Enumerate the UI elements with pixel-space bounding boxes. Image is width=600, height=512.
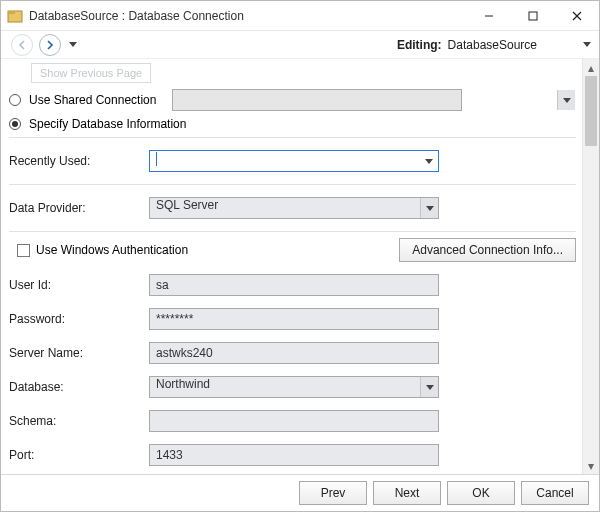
next-button[interactable]: Next [373, 481, 441, 505]
checkbox-label: Use Windows Authentication [36, 243, 188, 257]
vertical-scrollbar[interactable]: ▴ ▾ [582, 59, 599, 474]
tooltip-prev-page: Show Previous Page [31, 63, 151, 83]
toolbar: Editing: DatabaseSource [1, 31, 599, 59]
server-name-input[interactable] [149, 342, 439, 364]
maximize-button[interactable] [511, 1, 555, 30]
label-server-name: Server Name: [9, 346, 149, 360]
editing-indicator[interactable]: Editing: DatabaseSource [397, 38, 591, 52]
radio-icon [9, 94, 21, 106]
titlebar: DatabaseSource : Database Connection [1, 1, 599, 31]
chevron-down-icon [563, 98, 571, 103]
radio-specify-db[interactable]: Specify Database Information [9, 117, 576, 131]
divider [9, 137, 576, 138]
cancel-button[interactable]: Cancel [521, 481, 589, 505]
shared-connection-combo [172, 89, 576, 111]
label-port: Port: [9, 448, 149, 462]
port-input[interactable] [149, 444, 439, 466]
divider [9, 184, 576, 185]
window-controls [467, 1, 599, 30]
advanced-connection-button[interactable]: Advanced Connection Info... [399, 238, 576, 262]
label-data-provider: Data Provider: [9, 201, 149, 215]
checkbox-win-auth[interactable]: Use Windows Authentication [17, 243, 188, 257]
schema-input[interactable] [149, 410, 439, 432]
scroll-down-arrow-icon[interactable]: ▾ [583, 457, 599, 474]
radio-icon [9, 118, 21, 130]
scroll-thumb[interactable] [585, 76, 597, 146]
dropdown-caret-icon [69, 42, 77, 47]
arrow-right-icon [45, 40, 55, 50]
svg-rect-1 [8, 11, 15, 14]
editing-label: Editing: [397, 38, 442, 52]
label-password: Password: [9, 312, 149, 326]
ok-button[interactable]: OK [447, 481, 515, 505]
minimize-button[interactable] [467, 1, 511, 30]
nav-back-button[interactable] [11, 34, 33, 56]
scroll-up-arrow-icon[interactable]: ▴ [583, 59, 599, 76]
label-schema: Schema: [9, 414, 149, 428]
chevron-down-icon [426, 385, 434, 390]
close-button[interactable] [555, 1, 599, 30]
user-id-input[interactable] [149, 274, 439, 296]
form-content: Use Shared Connection Specify Database I… [1, 59, 582, 474]
svg-rect-3 [529, 12, 537, 20]
body: Use Shared Connection Specify Database I… [1, 59, 599, 474]
editing-value: DatabaseSource [448, 38, 537, 52]
radio-label: Use Shared Connection [29, 93, 156, 107]
label-user-id: User Id: [9, 278, 149, 292]
window-title: DatabaseSource : Database Connection [29, 9, 467, 23]
radio-shared-connection[interactable]: Use Shared Connection [9, 89, 576, 111]
arrow-left-icon [17, 40, 27, 50]
nav-forward-button[interactable] [39, 34, 77, 56]
dialog-window: DatabaseSource : Database Connection Edi… [0, 0, 600, 512]
label-recently-used: Recently Used: [9, 154, 149, 168]
chevron-down-icon [583, 42, 591, 47]
checkbox-icon [17, 244, 30, 257]
chevron-down-icon [425, 159, 433, 164]
divider [9, 231, 576, 232]
app-icon [7, 8, 23, 24]
prev-button[interactable]: Prev [299, 481, 367, 505]
footer-buttons: Prev Next OK Cancel [1, 474, 599, 511]
database-combo[interactable]: Northwind [149, 376, 439, 398]
recently-used-combo[interactable] [149, 150, 439, 172]
data-provider-combo[interactable]: SQL Server [149, 197, 439, 219]
label-database: Database: [9, 380, 149, 394]
radio-label: Specify Database Information [29, 117, 186, 131]
chevron-down-icon [426, 206, 434, 211]
password-input[interactable] [149, 308, 439, 330]
